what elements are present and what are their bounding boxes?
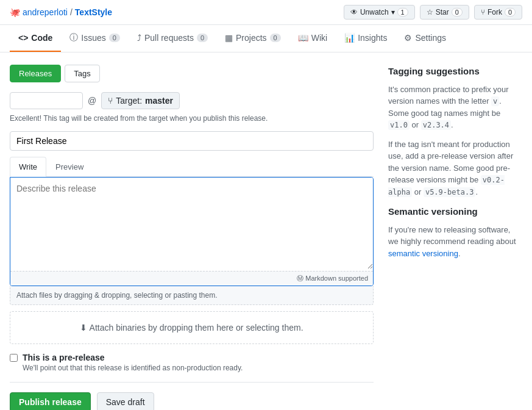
watch-button[interactable]: 👁 Unwatch ▾ 1 bbox=[344, 5, 415, 20]
tags-tab[interactable]: Tags bbox=[65, 65, 99, 82]
watch-dropdown-icon: ▾ bbox=[391, 8, 395, 16]
semantic-versioning-body: If you're new to releasing software, we … bbox=[388, 224, 522, 260]
target-branch: master bbox=[145, 96, 173, 106]
download-icon: ⬇ bbox=[80, 323, 87, 333]
settings-icon: ⚙ bbox=[404, 33, 412, 43]
release-title-input[interactable] bbox=[10, 131, 374, 151]
tagging-example1-code: v1.0 bbox=[388, 120, 410, 130]
fork-label: Fork bbox=[488, 8, 502, 16]
projects-icon: ▦ bbox=[225, 33, 233, 43]
write-tab[interactable]: Write bbox=[10, 157, 46, 177]
repo-title: 🐙 andreperloti / TextStyle bbox=[10, 7, 112, 17]
pre-release-desc: We'll point out that this release is ide… bbox=[23, 364, 243, 372]
write-tab-label: Write bbox=[19, 162, 37, 171]
target-label: Target: bbox=[116, 96, 142, 106]
fork-icon: ⑂ bbox=[481, 8, 485, 16]
at-symbol: @ bbox=[88, 96, 96, 106]
tags-tab-label: Tags bbox=[74, 69, 90, 78]
target-branch-button[interactable]: ⑂ Target: master bbox=[101, 92, 180, 109]
tag-hint: Excellent! This tag will be created from… bbox=[10, 114, 374, 123]
pre-release-label[interactable]: This is a pre-release We'll point out th… bbox=[10, 353, 374, 372]
semantic-versioning-link[interactable]: semantic versioning bbox=[388, 249, 458, 258]
issues-icon: ⓘ bbox=[69, 32, 78, 43]
tag-input[interactable]: 1.0.0 bbox=[10, 92, 83, 109]
main-tabs: <> Code ⓘ Issues 0 ⤴ Pull requests 0 ▦ P… bbox=[0, 25, 532, 52]
tab-pull-requests[interactable]: ⤴ Pull requests 0 bbox=[129, 25, 216, 52]
repo-name-link[interactable]: TextStyle bbox=[75, 7, 112, 17]
repo-owner-link[interactable]: andreperloti bbox=[23, 7, 68, 17]
tab-insights[interactable]: 📊 Insights bbox=[336, 25, 395, 52]
tab-pr-label: Pull requests bbox=[144, 33, 194, 43]
issues-badge: 0 bbox=[109, 34, 120, 42]
tab-wiki[interactable]: 📖 Wiki bbox=[289, 25, 336, 52]
repo-actions: 👁 Unwatch ▾ 1 ☆ Star 0 ⑂ Fork 0 bbox=[344, 5, 522, 20]
star-count: 0 bbox=[452, 8, 463, 16]
releases-tab-label: Releases bbox=[19, 69, 52, 78]
main-content: Releases Tags 1.0.0 @ ⑂ Target: master E… bbox=[0, 52, 532, 410]
attach-hint: Attach files by dragging & dropping, sel… bbox=[10, 286, 374, 305]
attach-hint-text: Attach files by dragging & dropping, sel… bbox=[16, 291, 218, 300]
releases-tab[interactable]: Releases bbox=[10, 65, 61, 82]
star-button[interactable]: ☆ Star 0 bbox=[420, 5, 469, 20]
tab-settings[interactable]: ⚙ Settings bbox=[395, 25, 455, 52]
fork-count: 0 bbox=[505, 8, 516, 16]
tab-projects-label: Projects bbox=[236, 33, 267, 43]
save-draft-label: Save draft bbox=[106, 397, 145, 407]
markdown-icon: Ⓜ Markdown supported bbox=[297, 274, 368, 283]
action-buttons: Publish release Save draft bbox=[10, 382, 374, 410]
release-description-textarea[interactable] bbox=[10, 178, 373, 269]
publish-release-label: Publish release bbox=[19, 397, 82, 407]
publish-release-button[interactable]: Publish release bbox=[10, 392, 91, 410]
preview-tab-label: Preview bbox=[55, 162, 83, 171]
tagging-body1: It's common practice to prefix your vers… bbox=[388, 85, 509, 106]
tab-code[interactable]: <> Code bbox=[10, 25, 61, 52]
preview-tab[interactable]: Preview bbox=[46, 157, 93, 176]
tagging-body3: . bbox=[451, 120, 453, 129]
semantic-body-text: If you're new to releasing software, we … bbox=[388, 225, 516, 246]
pr-icon: ⤴ bbox=[137, 33, 141, 43]
semantic-end: . bbox=[458, 249, 461, 258]
fork-button[interactable]: ⑂ Fork 0 bbox=[474, 5, 522, 20]
sub-tabs: Releases Tags bbox=[10, 65, 374, 82]
pre-release-title: This is a pre-release bbox=[23, 353, 243, 362]
tab-insights-label: Insights bbox=[358, 33, 387, 43]
tagging-or: or bbox=[410, 120, 421, 129]
write-preview-tabs: Write Preview bbox=[10, 157, 374, 177]
attach-binaries-area[interactable]: ⬇ Attach binaries by dropping them here … bbox=[10, 311, 374, 344]
star-label: Star bbox=[436, 8, 449, 16]
textarea-toolbar: Ⓜ Markdown supported bbox=[10, 271, 373, 286]
pre-release-section: This is a pre-release We'll point out th… bbox=[10, 353, 374, 372]
tab-code-label: Code bbox=[31, 33, 52, 43]
tab-settings-label: Settings bbox=[415, 33, 446, 43]
tagging-prerelease-body: If the tag isn't meant for production us… bbox=[388, 138, 522, 198]
code-icon: <> bbox=[18, 33, 28, 43]
tab-issues[interactable]: ⓘ Issues 0 bbox=[61, 25, 129, 52]
tagging-example2-code: v2.3.4 bbox=[421, 120, 451, 130]
tag-row: 1.0.0 @ ⑂ Target: master bbox=[10, 92, 374, 109]
top-navigation: 🐙 andreperloti / TextStyle 👁 Unwatch ▾ 1… bbox=[0, 0, 532, 25]
projects-badge: 0 bbox=[270, 34, 281, 42]
pr-badge: 0 bbox=[197, 34, 208, 42]
save-draft-button[interactable]: Save draft bbox=[97, 392, 154, 410]
eye-icon: 👁 bbox=[350, 8, 358, 16]
tab-wiki-label: Wiki bbox=[311, 33, 327, 43]
tagging-v-code: v bbox=[491, 96, 499, 106]
repo-slash: / bbox=[70, 7, 73, 17]
tab-issues-label: Issues bbox=[81, 33, 105, 43]
tagging-pre-example2: v5.9-beta.3 bbox=[424, 187, 475, 197]
tagging-pre-end: . bbox=[475, 187, 478, 196]
tagging-suggestions-heading: Tagging suggestions bbox=[388, 65, 522, 79]
pre-release-checkbox[interactable] bbox=[10, 354, 18, 362]
star-icon: ☆ bbox=[427, 8, 433, 16]
watch-count: 1 bbox=[397, 8, 408, 16]
wiki-icon: 📖 bbox=[298, 33, 308, 43]
sidebar-help: Tagging suggestions It's common practice… bbox=[388, 65, 522, 410]
repo-octocat-icon: 🐙 bbox=[10, 7, 20, 17]
release-form-panel: Releases Tags 1.0.0 @ ⑂ Target: master E… bbox=[10, 65, 374, 410]
watch-label: Unwatch bbox=[360, 8, 389, 16]
attach-binaries-label: Attach binaries by dropping them here or… bbox=[90, 323, 303, 333]
semantic-versioning-heading: Semantic versioning bbox=[388, 205, 522, 219]
tagging-suggestions-body: It's common practice to prefix your vers… bbox=[388, 84, 522, 131]
tab-projects[interactable]: ▦ Projects 0 bbox=[216, 25, 289, 52]
insights-icon: 📊 bbox=[344, 33, 355, 43]
